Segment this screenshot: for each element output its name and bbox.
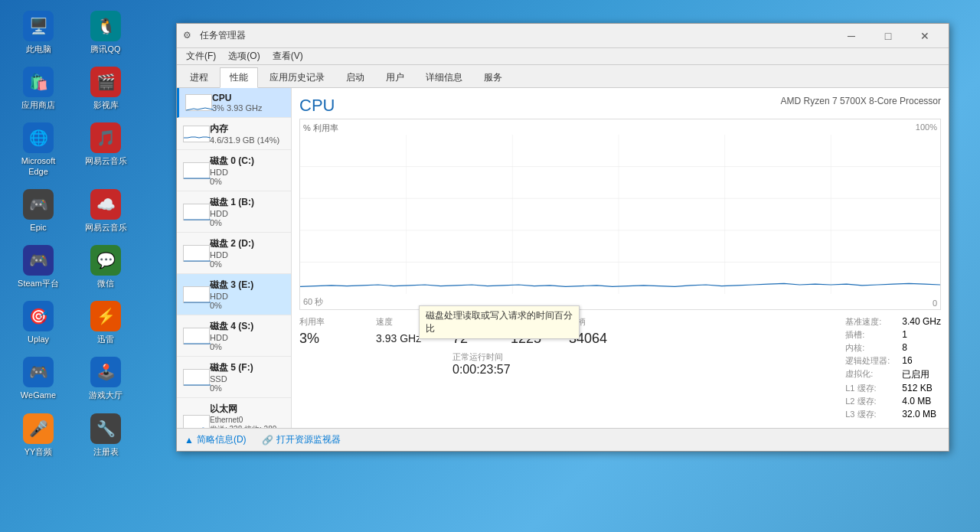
tab-details[interactable]: 详细信息 [416, 67, 472, 87]
tab-apphistory[interactable]: 应用历史记录 [260, 67, 335, 87]
desktop-icon-games[interactable]: 🕹️ 游戏大厅 [75, 354, 136, 403]
memory-mini-graph [183, 126, 210, 142]
stat-speed: 速度 3.93 GHz [376, 316, 437, 420]
main-panel: CPU AMD Ryzen 7 5700X 8-Core Processor %… [292, 88, 949, 428]
disk0-mini-graph [183, 162, 210, 179]
monitor-icon: 🔗 [262, 435, 273, 446]
stat-uptime-value: 0:00:23:57 [452, 363, 615, 377]
panel-device: AMD Ryzen 7 5700X 8-Core Processor [781, 96, 941, 106]
tab-services[interactable]: 服务 [474, 67, 512, 87]
title-bar: ⚙ 任务管理器 ─ □ ✕ [177, 24, 949, 48]
disk1-mini-graph [183, 204, 210, 220]
window-controls: ─ □ ✕ [834, 24, 942, 48]
sidebar-item-cpu[interactable]: CPU 3% 3.93 GHz [177, 88, 291, 118]
desktop-icon-video[interactable]: 🎬 影视库 [75, 64, 136, 113]
stat-handles: 句柄 34064 [569, 316, 615, 347]
menu-view[interactable]: 查看(V) [266, 48, 309, 64]
menu-file[interactable]: 文件(F) [180, 48, 222, 64]
menu-bar: 文件(F) 选项(O) 查看(V) [177, 48, 949, 65]
desktop-icon-uplay[interactable]: 🎯 Uplay [8, 298, 69, 348]
desktop-icon-store[interactable]: 🛍️ 应用商店 [8, 64, 69, 113]
chart-y-max: 100% [916, 122, 937, 132]
desktop-icon-netease[interactable]: 🎵 网易云音乐 [75, 119, 136, 179]
sidebar-item-disk1[interactable]: 磁盘 1 (B:) HDD 0% [177, 191, 291, 233]
disk3-mini-graph [183, 286, 210, 303]
desktop-icon-steam[interactable]: 🎮 Steam平台 [8, 242, 69, 292]
stat-processes: 进程 72 [452, 316, 498, 347]
desktop-icon-yy[interactable]: 🎤 YY音频 [8, 410, 69, 460]
stat-threads: 线程 1225 [511, 316, 557, 347]
sidebar-item-disk0[interactable]: 磁盘 0 (C:) HDD 0% [177, 150, 291, 191]
chart-svg [300, 135, 940, 294]
desktop-icon-wegame[interactable]: 🎮 WeGame [8, 354, 69, 403]
chart-y-label: % 利用率 [303, 122, 338, 134]
desktop-icon-wechat[interactable]: 💬 微信 [75, 242, 136, 292]
disk5-mini-graph [183, 369, 210, 386]
close-button[interactable]: ✕ [907, 24, 942, 48]
panel-header: CPU AMD Ryzen 7 5700X 8-Core Processor [299, 96, 941, 116]
chart-grid [300, 135, 940, 294]
summary-button[interactable]: ▲ 简略信息(D) [185, 433, 247, 446]
desktop-icon-edge[interactable]: 🌐 Microsoft Edge [8, 119, 69, 179]
menu-options[interactable]: 选项(O) [222, 48, 266, 64]
open-monitor-button[interactable]: 🔗 打开资源监视器 [262, 433, 341, 446]
tab-process[interactable]: 进程 [180, 67, 218, 87]
window-title: 任务管理器 [200, 29, 834, 42]
chart-x-max: 0 [933, 299, 937, 308]
desktop-icon-registry[interactable]: 🔧 注册表 [75, 410, 136, 460]
bottom-bar: ▲ 简略信息(D) 🔗 打开资源监视器 [177, 428, 949, 451]
panel-title: CPU [299, 96, 335, 116]
maximize-button[interactable]: □ [871, 24, 906, 48]
desktop-icon-xunlei[interactable]: ⚡ 迅雷 [75, 298, 136, 348]
stat-utilization: 利用率 3% [299, 316, 361, 420]
cpu-info: CPU 3% 3.93 GHz [212, 93, 285, 113]
sidebar-item-disk4[interactable]: 磁盘 4 (S:) HDD 0% [177, 315, 291, 357]
app-icon: ⚙ [183, 30, 195, 42]
minimize-button[interactable]: ─ [834, 24, 869, 48]
sidebar-item-memory[interactable]: 内存 4.6/31.9 GB (14%) [177, 118, 291, 150]
tab-users[interactable]: 用户 [376, 67, 414, 87]
sidebar-item-network[interactable]: 以太网 Ethernet0 发送: 328 接收: 280 K... [177, 398, 291, 428]
tab-startup[interactable]: 启动 [336, 67, 374, 87]
sidebar-item-disk3[interactable]: 磁盘 3 (E:) HDD 0% [177, 274, 291, 315]
tab-bar: 进程 性能 应用历史记录 启动 用户 详细信息 服务 [177, 65, 949, 88]
cpu-chart: % 利用率 100% 60 秒 0 [299, 119, 941, 310]
network-mini-graph [183, 415, 210, 429]
sidebar-item-disk5[interactable]: 磁盘 5 (F:) SSD 0% [177, 357, 291, 398]
tab-performance[interactable]: 性能 [220, 67, 258, 88]
content-area: CPU 3% 3.93 GHz 内存 4.6/31.9 GB (14%) [177, 88, 949, 428]
chart-x-min: 60 秒 [303, 296, 323, 308]
sidebar-item-disk2[interactable]: 磁盘 2 (D:) HDD 0% [177, 233, 291, 274]
sidebar: CPU 3% 3.93 GHz 内存 4.6/31.9 GB (14%) [177, 88, 292, 428]
summary-icon: ▲ [185, 435, 194, 446]
desktop: 🖥️ 此电脑 🐧 腾讯QQ 🛍️ 应用商店 🎬 影视库 🌐 Microsoft … [0, 0, 176, 532]
cpu-mini-graph [185, 94, 212, 111]
desktop-icon-cloud[interactable]: ☁️ 网易云音乐 [75, 186, 136, 236]
disk4-mini-graph [183, 328, 210, 344]
disk2-mini-graph [183, 245, 210, 262]
desktop-icon-epic[interactable]: 🎮 Epic [8, 186, 69, 236]
desktop-icon-computer[interactable]: 🖥️ 此电脑 [8, 8, 69, 57]
task-manager-window: ⚙ 任务管理器 ─ □ ✕ 文件(F) 选项(O) 查看(V) 进程 性能 应用… [176, 23, 949, 452]
desktop-icon-qq[interactable]: 🐧 腾讯QQ [75, 8, 136, 57]
stats-area: 利用率 3% 速度 3.93 GHz 进程 72 线程 [299, 316, 941, 420]
